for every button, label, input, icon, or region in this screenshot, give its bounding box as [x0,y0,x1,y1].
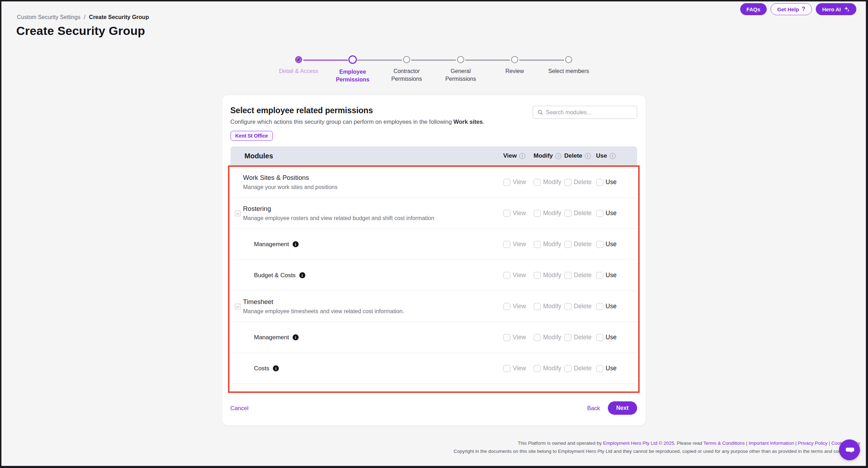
modify-checkbox[interactable] [534,303,541,310]
checkbox-label: View [513,272,526,279]
delete-checkbox[interactable] [564,272,571,279]
view-checkbox[interactable] [503,210,510,217]
delete-checkbox[interactable] [564,303,571,310]
checkbox-label: Use [606,272,617,279]
use-checkbox[interactable] [596,210,603,217]
view-checkbox[interactable] [503,334,510,341]
checkbox-label: Delete [574,334,592,341]
use-checkbox[interactable] [596,241,603,248]
checkbox-label: Delete [574,365,592,372]
delete-checkbox[interactable] [564,334,571,341]
step-circle-icon[interactable] [565,56,572,63]
permission-view: View [503,241,534,248]
delete-checkbox[interactable] [564,365,571,372]
permission-delete: Delete [564,334,596,341]
stepper-connector [303,60,348,61]
info-icon[interactable]: i [610,153,616,159]
permission-checkbox-group: ViewModifyDeleteUse [503,303,622,310]
breadcrumb-create-security-group: Create Security Group [89,14,149,20]
view-checkbox[interactable] [503,303,510,310]
module-title: Rostering [243,205,271,213]
permission-view: View [503,334,534,341]
hero-ai-button[interactable]: Hero AI [816,3,856,15]
step-complete-icon[interactable]: ✓ [295,56,302,63]
footer-link[interactable]: Privacy Policy [798,440,827,446]
step-circle-icon[interactable] [348,55,357,64]
get-help-button-label: Get Help [777,6,799,12]
next-button[interactable]: Next [608,401,637,415]
stepper-step-label: Detail & Access [279,67,318,75]
module-cell: Managementi [254,329,299,346]
info-icon[interactable]: i [585,153,591,159]
modify-checkbox[interactable] [534,210,541,217]
permission-use: Use [596,209,622,217]
step-circle-icon[interactable] [403,56,410,63]
step-circle-icon[interactable] [457,56,464,63]
delete-checkbox[interactable] [564,210,571,217]
permission-view: View [503,365,534,372]
permission-delete: Delete [564,178,596,186]
stepper-step-select-members[interactable]: Select members [542,56,596,83]
info-icon[interactable]: i [299,272,305,278]
permissions-card: Select employee related permissions Conf… [222,95,646,425]
view-checkbox[interactable] [503,241,510,248]
footer-link[interactable]: Important Information [749,440,794,446]
checkbox-label: Modify [543,209,562,217]
modify-checkbox[interactable] [534,334,541,341]
permission-column-headers: ViewiModifyiDeleteiUsei [503,152,622,159]
stepper-step-label: Review [505,67,524,75]
get-help-button[interactable]: Get Help ? [771,3,812,15]
cancel-button[interactable]: Cancel [231,405,249,412]
delete-checkbox[interactable] [564,241,571,248]
faqs-button[interactable]: FAQs [740,3,767,15]
column-header-label: Modify [534,152,553,159]
permission-checkbox-group: ViewModifyDeleteUse [503,178,622,186]
stepper-step-label: Select members [548,67,589,75]
modify-checkbox[interactable] [534,179,541,186]
chat-widget-button[interactable] [839,439,860,460]
checkbox-label: View [513,303,526,310]
view-checkbox[interactable] [503,365,510,372]
info-icon[interactable]: i [293,241,299,247]
back-button[interactable]: Back [587,405,600,412]
footer-link[interactable]: Terms & Conditions [704,440,745,446]
permission-modify: Modify [534,334,564,341]
collapse-icon[interactable]: – [235,303,241,309]
collapse-icon[interactable]: – [235,210,241,216]
footer-link[interactable]: Employment Hero Pty Ltd © 2025 [603,440,674,446]
permission-delete: Delete [564,241,596,248]
modules-table-header: Modules ViewiModifyiDeleteiUsei [231,146,637,165]
breadcrumb-separator: / [84,14,85,20]
info-icon[interactable]: i [555,153,561,159]
breadcrumb-custom-security-settings[interactable]: Custom Security Settings [17,14,80,20]
use-checkbox[interactable] [596,303,603,310]
delete-checkbox[interactable] [564,179,571,186]
modify-checkbox[interactable] [534,241,541,248]
use-checkbox[interactable] [596,334,603,341]
stepper-step-label: Employee Permissions [330,68,376,83]
info-icon[interactable]: i [519,153,525,159]
use-checkbox[interactable] [596,365,603,372]
view-checkbox[interactable] [503,179,510,186]
info-icon[interactable]: i [273,365,279,371]
modify-checkbox[interactable] [534,365,541,372]
view-checkbox[interactable] [503,272,510,279]
use-checkbox[interactable] [596,272,603,279]
info-icon[interactable]: i [293,334,299,340]
step-circle-icon[interactable] [511,56,518,63]
checkbox-label: Modify [543,178,562,186]
work-site-chip[interactable]: Kent St Office [231,131,273,141]
table-row-management: ManagementiViewModifyDeleteUse [231,229,637,260]
module-title-line: Timesheet [243,298,404,306]
permission-view: View [503,178,534,186]
modify-checkbox[interactable] [534,272,541,279]
footer-line2: Copyright in the documents on this site … [454,447,860,455]
permission-checkbox-group: ViewModifyDeleteUse [503,272,622,279]
use-checkbox[interactable] [596,179,603,186]
stepper-connector [357,60,402,61]
search-modules-input[interactable] [546,109,633,116]
checkbox-label: Use [606,334,617,341]
search-modules-box [533,106,637,119]
module-cell: TimesheetManage employee timesheets and … [243,293,404,320]
checkbox-label: Delete [574,241,592,248]
